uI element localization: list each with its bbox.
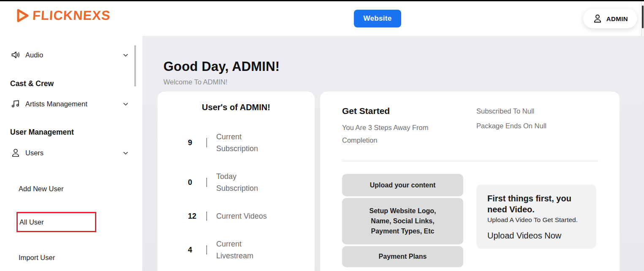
sidebar-heading-cast-crew: Cast & Crew xyxy=(0,73,142,94)
stats-card-title: User's of ADMIN! xyxy=(158,103,315,112)
sidebar-item-audio[interactable]: Audio xyxy=(0,45,142,65)
stat-row-today-subscription: 0 Today Subscription xyxy=(158,171,315,194)
stat-label: Today Subscription xyxy=(216,171,275,194)
sidebar-item-label: Audio xyxy=(25,51,43,59)
stat-row-current-livestream: 4 Current Livestream xyxy=(158,238,315,262)
payment-plans-button[interactable]: Payment Plans xyxy=(342,246,463,267)
video-prompt-title: First things first, you need Video. xyxy=(487,193,585,215)
stat-label: Current Subscription xyxy=(216,131,275,154)
stat-value: 12 xyxy=(188,212,199,221)
sidebar-item-label: Artists Management xyxy=(25,100,87,108)
sidebar-heading-user-management: User Management xyxy=(0,122,142,142)
music-note-icon xyxy=(10,98,21,109)
card-divider xyxy=(342,161,598,161)
stat-label: Current Livestream xyxy=(216,238,275,262)
sidebar-item-artists-management[interactable]: Artists Management xyxy=(0,94,142,114)
website-button[interactable]: Website xyxy=(354,10,401,27)
stat-row-current-videos: 12 Current Videos xyxy=(158,210,315,222)
sidebar-item-import-user[interactable]: Import User xyxy=(0,247,142,268)
stat-row-current-subscription: 9 Current Subscription xyxy=(158,131,315,154)
page-subtitle: Welcome To ADMIN! xyxy=(163,78,644,86)
get-started-card: Get Started You Are 3 Steps Away From Co… xyxy=(320,92,620,271)
sidebar-item-all-user[interactable]: All User xyxy=(16,212,96,232)
stat-divider xyxy=(207,138,207,147)
get-started-title: Get Started xyxy=(342,106,476,116)
main-content: Good Day, ADMIN! Welcome To ADMIN! User'… xyxy=(142,36,644,271)
play-icon xyxy=(16,8,30,23)
users-stats-card: User's of ADMIN! 9 Current Subscription … xyxy=(158,92,315,271)
speaker-icon xyxy=(10,49,21,60)
sidebar-item-users[interactable]: Users xyxy=(0,143,142,163)
stat-label: Current Videos xyxy=(216,210,275,222)
progress-text: You Are 3 Steps Away From Completion xyxy=(342,121,448,146)
package-ends-text: Package Ends On Null xyxy=(476,122,546,130)
admin-button-label: ADMIN xyxy=(606,15,628,22)
sidebar-item-label: Users xyxy=(25,149,43,157)
upload-content-button[interactable]: Upload your content xyxy=(342,174,463,196)
scrollbar-thumb[interactable] xyxy=(642,5,644,28)
chevron-down-icon xyxy=(122,150,129,156)
stat-divider xyxy=(207,245,207,255)
stat-value: 0 xyxy=(188,178,199,187)
setup-website-button[interactable]: Setup Website Logo, Name, Social Links, … xyxy=(342,198,463,244)
app-header: FLICKNEXS Website ADMIN xyxy=(0,1,644,36)
brand-logo[interactable]: FLICKNEXS xyxy=(16,8,111,23)
page-scrollbar[interactable] xyxy=(641,1,644,36)
user-icon xyxy=(10,147,21,158)
video-prompt-box: First things first, you need Video. Uplo… xyxy=(476,184,596,249)
chevron-down-icon xyxy=(122,101,129,107)
stat-value: 9 xyxy=(188,138,199,147)
user-icon xyxy=(592,14,603,24)
sidebar: Audio Cast & Crew Artists Management Use… xyxy=(0,36,142,271)
stat-divider xyxy=(207,211,207,221)
sidebar-item-add-new-user[interactable]: Add New User xyxy=(0,179,142,199)
upload-videos-now-link[interactable]: Upload Videos Now xyxy=(487,231,561,241)
chevron-down-icon xyxy=(122,52,129,58)
stat-divider xyxy=(207,178,207,187)
page-title: Good Day, ADMIN! xyxy=(163,59,644,74)
greeting-block: Good Day, ADMIN! Welcome To ADMIN! xyxy=(163,59,644,86)
admin-menu-button[interactable]: ADMIN xyxy=(583,9,637,28)
stat-value: 4 xyxy=(188,246,199,255)
video-prompt-subtitle: Upload A Video To Get Started. xyxy=(487,216,585,224)
subscribed-to-text: Subscribed To Null xyxy=(476,107,546,115)
brand-name: FLICKNEXS xyxy=(32,8,111,23)
